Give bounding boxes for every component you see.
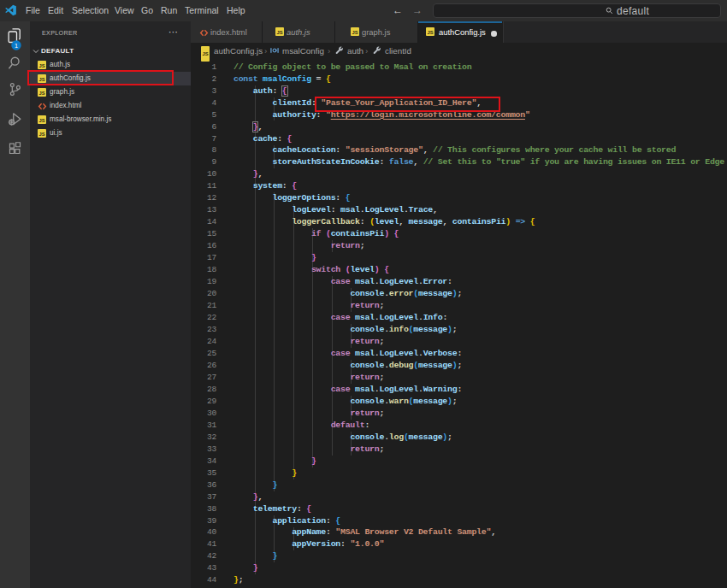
svg-text:1: 1 <box>14 41 17 49</box>
